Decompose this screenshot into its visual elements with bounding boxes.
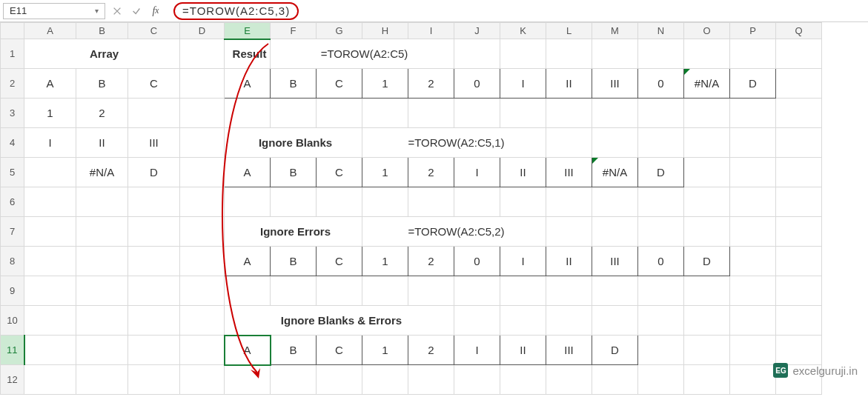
cell[interactable] [500, 306, 546, 336]
col-header[interactable]: B [76, 23, 128, 39]
cell[interactable]: D [684, 247, 730, 276]
cell[interactable]: II [546, 247, 592, 276]
col-header[interactable]: M [592, 23, 638, 39]
cell[interactable]: C [317, 336, 362, 365]
cell[interactable]: 1 [362, 336, 408, 365]
cell[interactable] [638, 217, 684, 247]
label-ignore-both[interactable]: Ignore Blanks & Errors [225, 306, 454, 336]
cell[interactable] [180, 158, 225, 187]
col-header[interactable]: P [730, 23, 776, 39]
fx-icon[interactable]: fx [148, 3, 163, 19]
cell[interactable] [317, 365, 362, 395]
cell[interactable] [684, 39, 730, 69]
cell[interactable] [638, 187, 684, 217]
cell[interactable] [76, 336, 128, 365]
cell[interactable] [362, 276, 408, 306]
cell[interactable]: I [454, 158, 500, 187]
cell[interactable]: B [76, 69, 128, 99]
cell[interactable]: 2 [408, 336, 454, 365]
cell[interactable] [592, 39, 638, 69]
cell[interactable] [454, 276, 500, 306]
cell[interactable] [317, 187, 362, 217]
cell[interactable] [730, 187, 776, 217]
cell[interactable]: A [225, 247, 271, 276]
cell[interactable] [730, 158, 776, 187]
row-header[interactable]: 10 [1, 306, 24, 336]
col-header[interactable]: J [454, 23, 500, 39]
cell[interactable]: III [128, 128, 180, 158]
cell[interactable] [592, 306, 638, 336]
cell[interactable] [225, 99, 271, 128]
cell[interactable] [684, 365, 730, 395]
cell[interactable]: A [24, 69, 76, 99]
cell[interactable]: 1 [24, 99, 76, 128]
cell[interactable]: B [271, 247, 317, 276]
cell[interactable] [730, 39, 776, 69]
cell[interactable]: II [500, 336, 546, 365]
chevron-down-icon[interactable]: ▾ [95, 7, 99, 15]
cell[interactable]: A [225, 158, 271, 187]
cell[interactable]: 0 [638, 247, 684, 276]
cell[interactable]: I [454, 336, 500, 365]
cell[interactable] [24, 365, 76, 395]
cell[interactable] [592, 365, 638, 395]
cell[interactable] [638, 336, 684, 365]
cell[interactable] [730, 276, 776, 306]
cell[interactable] [546, 276, 592, 306]
cell[interactable] [684, 99, 730, 128]
row-header[interactable]: 5 [1, 158, 24, 187]
cell[interactable] [730, 306, 776, 336]
cell[interactable]: 1 [362, 69, 408, 99]
row-header[interactable]: 7 [1, 217, 24, 247]
cell[interactable] [180, 365, 225, 395]
cell[interactable]: 2 [408, 69, 454, 99]
cell[interactable]: 1 [362, 247, 408, 276]
cell[interactable] [684, 336, 730, 365]
cell[interactable] [362, 99, 408, 128]
cell[interactable] [454, 99, 500, 128]
col-header[interactable]: E [225, 23, 271, 39]
formula-input[interactable]: =TOROW(A2:C5,3) [168, 3, 865, 19]
cell[interactable]: C [317, 247, 362, 276]
col-header[interactable]: I [408, 23, 454, 39]
cell[interactable]: 0 [454, 247, 500, 276]
cell[interactable]: III [592, 69, 638, 99]
cell[interactable] [454, 306, 500, 336]
cell[interactable] [24, 306, 76, 336]
cell[interactable] [408, 365, 454, 395]
cell[interactable] [180, 128, 225, 158]
cell[interactable] [546, 217, 592, 247]
label-ignore-errors[interactable]: Ignore Errors [225, 217, 362, 247]
active-cell[interactable]: A [225, 336, 271, 365]
col-header[interactable]: G [317, 23, 362, 39]
cell[interactable]: C [317, 158, 362, 187]
name-box[interactable]: E11 ▾ [3, 3, 105, 19]
cell[interactable] [271, 187, 317, 217]
cell[interactable] [684, 276, 730, 306]
cell[interactable]: II [546, 69, 592, 99]
cell[interactable]: 2 [76, 99, 128, 128]
cell[interactable]: D [730, 69, 776, 99]
label-result[interactable]: Result [225, 39, 271, 69]
cell[interactable] [225, 187, 271, 217]
col-header[interactable]: A [24, 23, 76, 39]
cell[interactable] [24, 247, 76, 276]
formula-ignore-errors[interactable]: =TOROW(A2:C5,2) [362, 217, 546, 247]
cell[interactable]: D [128, 158, 180, 187]
cell[interactable]: 1 [362, 158, 408, 187]
cell[interactable] [730, 365, 776, 395]
cell[interactable] [128, 187, 180, 217]
cell[interactable] [24, 187, 76, 217]
cell[interactable] [76, 247, 128, 276]
cell[interactable] [546, 99, 592, 128]
cell[interactable]: 2 [408, 158, 454, 187]
cell[interactable]: I [500, 69, 546, 99]
row-header[interactable]: 11 [1, 336, 24, 365]
cell[interactable] [128, 217, 180, 247]
cell[interactable] [638, 365, 684, 395]
cell[interactable]: II [76, 128, 128, 158]
cell[interactable] [271, 99, 317, 128]
cell[interactable] [128, 276, 180, 306]
cell[interactable]: III [546, 158, 592, 187]
cell[interactable]: #N/A [592, 158, 638, 187]
